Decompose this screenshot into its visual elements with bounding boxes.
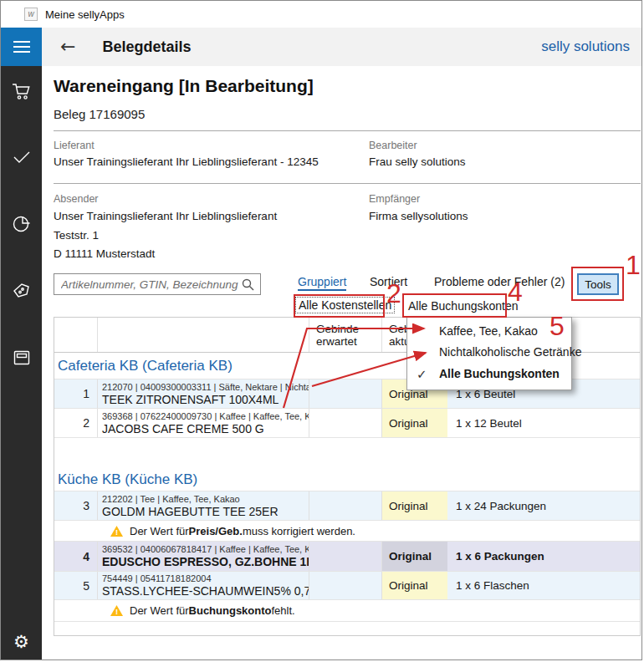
header-description [98,318,309,352]
pie-chart-icon [12,215,32,233]
article-name: GOLDM HAGEBUTTE TEE 25ER [102,505,309,518]
tools-button[interactable]: Tools [577,273,619,295]
flyout-item-nichtalkoholische-getraenke[interactable]: Nichtalkoholische Getränke [407,342,571,363]
gebinde-erwartet-cell [309,572,382,599]
field-value-bearbeiter: Frau selly solutions [369,155,466,168]
warning-icon: ! [110,525,124,537]
absender-line-2: Teststr. 1 [54,229,99,242]
row-number: 5 [54,572,98,599]
article-meta: 369532 | 04006067818417 | Kaffee | Kaffe… [102,544,309,554]
article-name: JACOBS CAFE CREME 500 G [102,422,309,435]
article-meta: 212202 | Tee | Kaffee, Tee, Kakao [102,494,309,504]
gebinde-erwartet-cell [309,379,382,408]
row-number: 2 [54,409,98,437]
page-title: Belegdetails [102,38,191,56]
gebinde-erwartet-cell [309,409,382,437]
search-icon[interactable] [242,278,254,291]
book-icon [13,349,31,366]
field-label-absender: Absender [54,193,99,205]
empfaenger-line-1: Firma sellysolutions [369,210,468,222]
search-input[interactable] [54,278,242,291]
quantity-value: 1 x 12 Beutel [447,409,640,437]
table-row-5[interactable]: 5 754449 | 05411718182004 STASS.LYCHEE-S… [54,572,640,600]
article-name: STASS.LYCHEE-SCHAUMWEIN5% 0,75 [102,584,309,598]
appbar-band: ← Belegdetails selly solutions [42,28,641,66]
window-title: Meine sellyApps [45,8,125,21]
tab-gruppiert[interactable]: Gruppiert [298,275,346,291]
cost-center-dropdown[interactable]: Alle Kostenstellen [295,297,395,313]
field-value-lieferant: Unser Trainingslieferant Ihr Lieblingsli… [54,155,319,168]
header-gebinde-erwartet: Gebinde erwartet [309,318,382,352]
sidebar-item-catalog[interactable] [1,344,42,372]
warning-field: Preis/Geb. [189,525,243,537]
quantity-value: 1 x 6 Packungen [447,542,640,571]
sidebar-item-statistics[interactable] [1,210,42,238]
gebinde-erwartet-cell [309,491,382,520]
tag-icon [12,283,31,300]
warning-field: Buchungskonto [189,604,272,617]
warning-icon: ! [110,604,124,617]
status-badge[interactable]: Original [382,542,447,571]
search-box [54,273,261,295]
field-label-empfaenger: Empfänger [369,193,420,205]
group-header-kueche: Küche KB (Küche KB) [54,468,640,491]
back-arrow-icon[interactable]: ← [60,38,75,56]
tab-sortiert[interactable]: Sortiert [370,275,407,288]
sidebar-item-labels[interactable] [1,277,42,305]
divider [54,183,641,184]
row-number: 4 [54,542,98,571]
svg-text:!: ! [115,527,118,537]
table-filler [54,622,640,635]
header-num [54,318,98,352]
table-row-4-selected[interactable]: 4 369532 | 04006067818417 | Kaffee | Kaf… [54,542,640,572]
booking-account-flyout: Kaffee, Tee, Kakao Nichtalkoholische Get… [406,317,572,390]
appbar: ← Belegdetails selly solutions [1,28,641,66]
cart-icon [12,83,32,101]
warning-row-buchungskonto: ! Der Wert für Buchungskonto fehlt. [54,600,640,622]
status-badge[interactable]: Original [382,491,447,520]
quantity-value: 1 x 24 Packungen [447,491,640,520]
checkmark-icon [13,150,31,164]
sidebar-item-tasks[interactable] [1,143,42,171]
status-badge[interactable]: Original [382,409,447,437]
titlebar: w Meine sellyApps [1,1,641,28]
gebinde-erwartet-cell [309,542,382,571]
divider [54,130,641,131]
document-number: Beleg 17169095 [54,107,145,121]
svg-text:!: ! [115,607,118,616]
sidebar: ⚙ [1,66,42,660]
status-badge[interactable]: Original [382,572,447,599]
document-title: Wareneingang [In Bearbeitung] [54,76,314,96]
warning-text: Der Wert für [130,525,189,537]
absender-line-1: Unser Trainingslieferant Ihr Lieblingsli… [54,210,277,222]
quantity-value: 1 x 6 Flaschen [447,572,640,599]
warning-text: muss korrigiert werden. [243,525,355,537]
field-label-lieferant: Lieferant [54,140,95,151]
app-window: w Meine sellyApps ← Belegdetails selly s… [0,0,642,660]
warning-text: fehlt. [272,604,295,617]
table-row-2[interactable]: 2 369368 | 07622400009730 | Kaffee | Kaf… [54,409,640,438]
warning-text: Der Wert für [130,604,189,617]
article-meta: 212070 | 04009300003311 | Säfte, Nektare… [102,382,309,392]
row-number: 1 [54,379,98,408]
warning-row-preis: ! Der Wert für Preis/Geb. muss korrigier… [54,521,640,542]
field-label-bearbeiter: Bearbeiter [369,140,417,151]
app-logo-icon: w [24,8,38,21]
group-spacer [54,438,640,468]
gear-icon: ⚙ [13,634,29,651]
account-name[interactable]: selly solutions [541,38,630,55]
booking-account-dropdown[interactable]: Alle Buchungskonten [408,299,519,313]
article-meta: 754449 | 05411718182004 [102,573,309,583]
sidebar-item-settings[interactable]: ⚙ [1,628,42,656]
hamburger-menu-button[interactable] [1,28,42,66]
flyout-item-alle-buchungskonten[interactable]: ✓Alle Buchungskonten [407,363,571,385]
tab-probleme-oder-fehler[interactable]: Probleme oder Fehler (2) [434,275,565,288]
article-name: TEEK ZITRONENSAFT 100X4ML [102,393,309,406]
absender-line-3: D 11111 Musterstadt [54,247,155,260]
table-row-3[interactable]: 3 212202 | Tee | Kaffee, Tee, Kakao GOLD… [54,491,640,521]
checkmark-icon: ✓ [417,363,427,385]
flyout-item-kaffee-tee-kakao[interactable]: Kaffee, Tee, Kakao [407,321,571,342]
sidebar-item-cart[interactable] [1,78,42,106]
article-meta: 369368 | 07622400009730 | Kaffee | Kaffe… [102,411,309,421]
row-number: 3 [54,491,98,520]
